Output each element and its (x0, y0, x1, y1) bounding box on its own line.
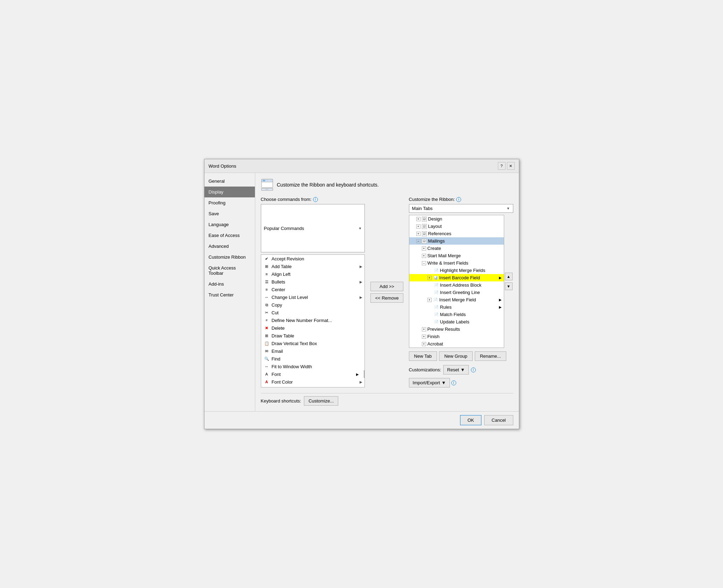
sidebar-item-quick-access-toolbar[interactable]: Quick Access Toolbar (204, 262, 255, 279)
sidebar-item-save[interactable]: Save (204, 208, 255, 219)
right-list-wrapper: + ☑ Design + ☑ Layout (409, 215, 513, 348)
list-item[interactable]: 🔍 Find (261, 355, 365, 363)
cancel-button[interactable]: Cancel (484, 415, 513, 425)
right-tree-list[interactable]: + ☑ Design + ☑ Layout (409, 215, 504, 348)
expand-mailings[interactable]: − (416, 239, 420, 243)
keyboard-customize-button[interactable]: Customize... (304, 396, 338, 406)
customizations-info-icon[interactable]: i (471, 368, 476, 372)
ok-button[interactable]: OK (460, 415, 481, 425)
tree-item-references[interactable]: + ☑ References (409, 230, 504, 237)
import-export-info-icon[interactable]: i (451, 380, 456, 385)
list-item[interactable]: A Font ▶ (261, 370, 365, 378)
check-design[interactable]: ☑ (422, 217, 427, 222)
import-export-button[interactable]: Import/Export ▼ (409, 378, 450, 387)
tree-item-highlight-merge-fields[interactable]: 📄 Highlight Merge Fields (409, 267, 504, 274)
list-item[interactable]: ⧉ Copy (261, 301, 365, 309)
match-fields-icon: 📄 (434, 312, 439, 317)
tree-item-finish[interactable]: + Finish (409, 333, 504, 340)
move-down-button[interactable]: ▼ (505, 282, 513, 290)
left-list[interactable]: ✔ Accept Revision ⊞ Add Table ▶ ≡ Align … (261, 254, 365, 387)
expand-finish[interactable]: + (422, 335, 426, 339)
reset-button[interactable]: Reset ▼ (443, 365, 469, 374)
right-panel-dropdown[interactable]: Main Tabs ▼ (409, 204, 513, 213)
sidebar-item-general[interactable]: General (204, 176, 255, 187)
list-item[interactable]: A Font Settings (261, 386, 365, 387)
help-button[interactable]: ? (498, 162, 506, 170)
list-item[interactable]: ✉ Email (261, 347, 365, 355)
expand-design[interactable]: + (416, 217, 420, 221)
check-references[interactable]: ☑ (422, 231, 427, 236)
tree-item-match-fields[interactable]: 📄 Match Fields (409, 311, 504, 318)
tree-item-preview-results[interactable]: + Preview Results (409, 326, 504, 333)
sidebar-item-advanced[interactable]: Advanced (204, 241, 255, 252)
tree-item-review[interactable]: + ☑ Review (409, 348, 504, 348)
submenu-arrow: ▶ (360, 295, 362, 299)
list-item[interactable]: ✔ Accept Revision (261, 255, 365, 262)
expand-create[interactable]: + (422, 246, 426, 251)
sidebar-item-customize-ribbon[interactable]: Customize Ribbon (204, 252, 255, 262)
expand-insert-merge-field[interactable]: + (427, 298, 432, 302)
tree-item-insert-greeting-line[interactable]: 📄 Insert Greeting Line (409, 289, 504, 296)
list-item-label: Align Left (272, 272, 291, 277)
tree-item-start-mail-merge[interactable]: + Start Mail Merge (409, 252, 504, 259)
sidebar-item-display[interactable]: Display (204, 187, 255, 197)
list-item-label: Email (272, 349, 283, 354)
tree-item-insert-merge-field[interactable]: + 📄 Insert Merge Field ▶ (409, 296, 504, 303)
ribbon-customize-icon (261, 178, 273, 191)
list-item[interactable]: ⊞ Add Table ▶ (261, 262, 365, 270)
left-panel-dropdown[interactable]: Popular Commands ▼ (261, 204, 365, 252)
tree-item-mailings[interactable]: − ☑ Mailings (409, 237, 504, 245)
right-panel-info-icon[interactable]: i (456, 197, 461, 202)
tree-item-update-labels[interactable]: 📄 Update Labels (409, 318, 504, 326)
sidebar-item-proofing[interactable]: Proofing (204, 197, 255, 208)
list-item[interactable]: ✖ Delete (261, 324, 365, 332)
move-up-button[interactable]: ▲ (505, 273, 513, 280)
tree-item-rules[interactable]: 📄 Rules ▶ (409, 303, 504, 311)
left-panel: Choose commands from: i Popular Commands… (261, 197, 365, 387)
remove-button[interactable]: << Remove (370, 293, 403, 303)
list-item[interactable]: ✂ Cut (261, 309, 365, 316)
tree-item-acrobat[interactable]: + Acrobat (409, 340, 504, 348)
list-item[interactable]: A Font Color ▶ (261, 378, 365, 386)
new-group-button[interactable]: New Group (439, 351, 473, 361)
tree-item-insert-address-block[interactable]: 📄 Insert Address Block (409, 281, 504, 289)
tree-item-layout[interactable]: + ☑ Layout (409, 223, 504, 230)
list-item[interactable]: ≡ Center (261, 286, 365, 293)
sidebar-item-add-ins[interactable]: Add-ins (204, 279, 255, 289)
tree-item-write-insert-fields[interactable]: − Write & Insert Fields (409, 259, 504, 267)
list-item[interactable]: ↔ Change List Level ▶ (261, 293, 365, 301)
expand-insert-barcode[interactable]: + (427, 276, 432, 280)
tree-item-insert-barcode-field[interactable]: + 📊 Insert Barcode Field ▶ (409, 274, 504, 281)
list-item[interactable]: ⊞ Draw Table (261, 332, 365, 340)
list-item[interactable]: ↔ Fit to Window Width (261, 363, 365, 370)
new-tab-button[interactable]: New Tab (409, 351, 437, 361)
expand-references[interactable]: + (416, 232, 420, 236)
sidebar-item-ease-of-access[interactable]: Ease of Access (204, 230, 255, 241)
list-item[interactable]: ☰ Bullets ▶ (261, 278, 365, 286)
list-item-label: Draw Table (272, 333, 294, 338)
expand-layout[interactable]: + (416, 224, 420, 229)
list-item[interactable]: ≡ Align Left (261, 270, 365, 278)
left-panel-info-icon[interactable]: i (313, 197, 318, 202)
tree-item-design[interactable]: + ☑ Design (409, 215, 504, 223)
left-panel-label-row: Choose commands from: i (261, 197, 365, 202)
right-panel: Customize the Ribbon: i Main Tabs ▼ + ☑ (409, 197, 513, 387)
expand-write-insert-fields[interactable]: − (422, 261, 426, 265)
check-layout[interactable]: ☑ (422, 224, 427, 229)
sidebar-item-language[interactable]: Language (204, 219, 255, 230)
customizations-row: Customizations: Reset ▼ i (409, 365, 513, 374)
rename-button[interactable]: Rename... (475, 351, 506, 361)
add-button[interactable]: Add >> (370, 282, 403, 291)
expand-preview-results[interactable]: + (422, 327, 426, 331)
cut-icon: ✂ (264, 310, 270, 315)
check-mailings[interactable]: ☑ (422, 239, 427, 244)
list-item[interactable]: # Define New Number Format... (261, 316, 365, 324)
sidebar-item-trust-center[interactable]: Trust Center (204, 289, 255, 300)
tree-item-create[interactable]: + Create (409, 245, 504, 252)
close-button[interactable]: ✕ (507, 162, 515, 170)
list-item[interactable]: 📋 Draw Vertical Text Box (261, 340, 365, 347)
expand-start-mail-merge[interactable]: + (422, 254, 426, 258)
expand-acrobat[interactable]: + (422, 342, 426, 346)
list-item-label: Fit to Window Width (272, 364, 312, 369)
left-panel-dropdown-arrow: ▼ (359, 226, 362, 230)
